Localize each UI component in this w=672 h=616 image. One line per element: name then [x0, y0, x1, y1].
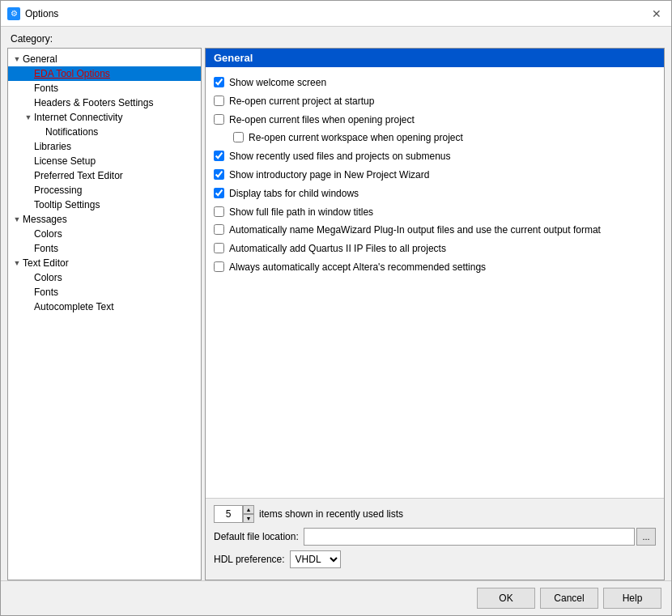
- cancel-button[interactable]: Cancel: [540, 588, 598, 609]
- ok-button[interactable]: OK: [477, 588, 535, 609]
- checkbox-label-auto-name-megawizard: Automatically name MegaWizard Plug-In ou…: [229, 223, 601, 237]
- checkbox-row-reopen-workspace: Re-open current workspace when opening p…: [214, 129, 656, 147]
- tree-label-tooltip-settings: Tooltip Settings: [34, 199, 198, 210]
- tree-item-internet-connectivity[interactable]: ▼Internet Connectivity: [8, 110, 201, 125]
- tree-item-license-setup[interactable]: License Setup: [8, 154, 201, 168]
- expander-colors-text-editor: [23, 272, 34, 283]
- hdl-preference-row: HDL preference: VHDLVerilog: [214, 550, 656, 568]
- close-button[interactable]: ✕: [649, 6, 665, 22]
- expander-libraries: [23, 141, 34, 152]
- checkbox-show-intro-page[interactable]: [214, 169, 224, 180]
- checkbox-row-auto-add-quartus: Automatically add Quartus II IP Files to…: [214, 240, 656, 258]
- checkbox-label-reopen-project: Re-open current project at startup: [229, 95, 374, 108]
- expander-text-editor: ▼: [11, 257, 23, 269]
- tree-item-fonts-text-editor[interactable]: Fonts: [8, 285, 201, 300]
- checkbox-auto-add-quartus[interactable]: [214, 243, 224, 253]
- expander-headers-footers: [23, 97, 34, 108]
- checkbox-show-welcome[interactable]: [214, 77, 224, 87]
- spinner-down[interactable]: ▼: [243, 514, 254, 523]
- expander-fonts-messages: [23, 243, 34, 254]
- expander-preferred-text-editor: [23, 170, 34, 181]
- hdl-preference-select[interactable]: VHDLVerilog: [290, 550, 341, 568]
- expander-messages: ▼: [11, 214, 23, 225]
- help-button[interactable]: Help: [603, 588, 661, 609]
- tree-item-tooltip-settings[interactable]: Tooltip Settings: [8, 198, 201, 212]
- tree-item-fonts-messages[interactable]: Fonts: [8, 241, 201, 256]
- spinner-buttons: ▲ ▼: [243, 505, 254, 523]
- checkbox-display-tabs[interactable]: [214, 188, 224, 198]
- bottom-section: ▲ ▼ items shown in recently used lists D…: [206, 498, 664, 580]
- items-shown-spinner: ▲ ▼: [214, 505, 254, 523]
- tree-label-text-editor: Text Editor: [23, 257, 198, 269]
- checkbox-show-full-path[interactable]: [214, 206, 224, 217]
- tree-label-fonts-messages: Fonts: [34, 243, 198, 254]
- dialog-title: Options: [25, 8, 649, 19]
- checkbox-reopen-project[interactable]: [214, 96, 224, 106]
- options-dialog: ⚙ Options ✕ Category: ▼GeneralEDA Tool O…: [0, 0, 672, 616]
- items-shown-label: items shown in recently used lists: [259, 508, 403, 520]
- tree-item-messages[interactable]: ▼Messages: [8, 212, 201, 227]
- tree-item-eda-tool-options[interactable]: EDA Tool Options: [8, 66, 201, 81]
- footer: OK Cancel Help: [1, 580, 671, 615]
- checkbox-show-recently-used[interactable]: [214, 151, 224, 161]
- checkbox-row-reopen-project: Re-open current project at startup: [214, 92, 656, 111]
- expander-autocomplete-text: [23, 301, 34, 312]
- tree-item-autocomplete-text[interactable]: Autocomplete Text: [8, 300, 201, 314]
- checkbox-row-auto-name-megawizard: Automatically name MegaWizard Plug-In ou…: [214, 221, 656, 240]
- tree-label-fonts-text-editor: Fonts: [34, 287, 198, 298]
- tree-label-internet-connectivity: Internet Connectivity: [34, 112, 198, 123]
- right-panel: General Show welcome screenRe-open curre…: [205, 48, 665, 580]
- tree-item-text-editor[interactable]: ▼Text Editor: [8, 256, 201, 270]
- tree-label-colors-messages: Colors: [34, 228, 198, 240]
- right-panel-header: General: [206, 49, 664, 67]
- tree-item-notifications[interactable]: Notifications: [8, 125, 201, 139]
- expander-fonts-general: [23, 83, 34, 94]
- checkbox-auto-accept-altera[interactable]: [214, 261, 224, 272]
- tree-label-headers-footers: Headers & Footers Settings: [34, 97, 198, 108]
- checkbox-row-display-tabs: Display tabs for child windows: [214, 185, 656, 203]
- checkbox-row-show-full-path: Show full file path in window titles: [214, 203, 656, 222]
- expander-colors-messages: [23, 228, 34, 240]
- checkbox-label-show-welcome: Show welcome screen: [229, 76, 326, 90]
- tree-label-messages: Messages: [23, 214, 198, 225]
- category-tree: ▼GeneralEDA Tool OptionsFontsHeaders & F…: [7, 48, 202, 580]
- expander-processing: [23, 185, 34, 196]
- checkbox-row-show-recently-used: Show recently used files and projects on…: [214, 147, 656, 166]
- checkbox-row-auto-accept-altera: Always automatically accept Altera's rec…: [214, 258, 656, 277]
- tree-item-preferred-text-editor[interactable]: Preferred Text Editor: [8, 168, 201, 183]
- tree-item-general[interactable]: ▼General: [8, 52, 201, 66]
- tree-item-processing[interactable]: Processing: [8, 183, 201, 198]
- expander-fonts-text-editor: [23, 287, 34, 298]
- checkbox-reopen-workspace[interactable]: [233, 132, 244, 142]
- expander-internet-connectivity: ▼: [23, 112, 34, 123]
- checkbox-row-reopen-files: Re-open current files when opening proje…: [214, 111, 656, 130]
- tree-item-colors-messages[interactable]: Colors: [8, 227, 201, 241]
- tree-item-fonts-general[interactable]: Fonts: [8, 81, 201, 96]
- title-bar: ⚙ Options ✕: [1, 1, 671, 27]
- tree-label-colors-text-editor: Colors: [34, 272, 198, 283]
- right-panel-body: Show welcome screenRe-open current proje…: [206, 67, 664, 498]
- checkbox-auto-name-megawizard[interactable]: [214, 224, 224, 235]
- tree-item-colors-text-editor[interactable]: Colors: [8, 270, 201, 285]
- items-shown-input[interactable]: [214, 505, 243, 523]
- tree-label-fonts-general: Fonts: [34, 83, 198, 94]
- checkbox-label-show-intro-page: Show introductory page in New Project Wi…: [229, 168, 429, 182]
- tree-item-libraries[interactable]: Libraries: [8, 139, 201, 154]
- checkbox-row-show-intro-page: Show introductory page in New Project Wi…: [214, 166, 656, 185]
- spinner-up[interactable]: ▲: [243, 505, 254, 514]
- app-icon: ⚙: [7, 7, 20, 20]
- tree-label-general: General: [23, 53, 198, 65]
- expander-notifications: [34, 126, 45, 138]
- checkbox-row-show-welcome: Show welcome screen: [214, 74, 656, 92]
- tree-label-eda-tool-options: EDA Tool Options: [34, 68, 198, 79]
- default-file-location-label: Default file location:: [214, 531, 299, 542]
- checkbox-label-reopen-files: Re-open current files when opening proje…: [229, 113, 415, 127]
- browse-button[interactable]: ...: [636, 528, 656, 546]
- checkbox-reopen-files[interactable]: [214, 114, 224, 125]
- tree-label-libraries: Libraries: [34, 141, 198, 152]
- tree-item-headers-footers[interactable]: Headers & Footers Settings: [8, 96, 201, 110]
- expander-tooltip-settings: [23, 199, 34, 210]
- checkbox-label-auto-add-quartus: Automatically add Quartus II IP Files to…: [229, 242, 446, 256]
- default-file-location-input[interactable]: [304, 528, 635, 546]
- checkbox-label-show-full-path: Show full file path in window titles: [229, 206, 373, 219]
